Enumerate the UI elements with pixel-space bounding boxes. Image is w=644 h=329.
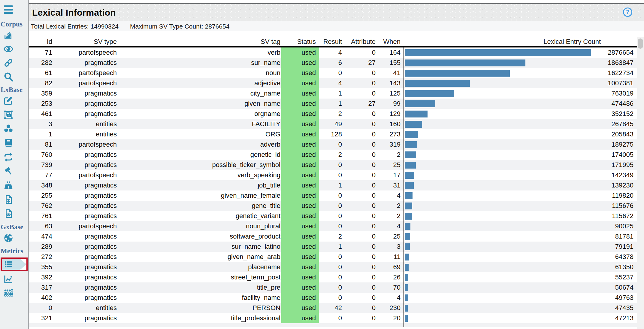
title-bar: Lexical Information ? (29, 3, 644, 21)
cell-sv-tag: FACILITY (118, 120, 281, 128)
table-row[interactable]: 760pragmaticsgenetic_idused202174005 (29, 150, 637, 160)
cell-id: 1 (29, 130, 53, 138)
cell-status: used (281, 119, 319, 129)
table-row[interactable]: 0entitiesPERSONused42023047435 (29, 303, 637, 313)
cell-sv-tag: street_term_post (118, 273, 281, 281)
table-row[interactable]: 355pragmaticsplacenameused006961350 (29, 262, 637, 272)
table-row[interactable]: 761pragmaticsgenetic_variantused00211567… (29, 211, 637, 221)
scrollbar-track[interactable] (637, 37, 644, 329)
sidebar-item-cubes[interactable] (3, 124, 14, 134)
cell-when: 155 (376, 59, 404, 67)
scrollbar-thumb[interactable] (638, 38, 643, 49)
help-button[interactable]: ? (623, 8, 632, 17)
sidebar-item-file-upload[interactable] (3, 194, 14, 205)
sidebar-item-gavel[interactable] (3, 166, 14, 176)
col-header-status[interactable]: Status (281, 38, 319, 46)
table-row[interactable]: 272pragmaticsgiven_name_arabused00116437… (29, 252, 637, 262)
sidebar-item-eye[interactable] (3, 44, 14, 54)
sidebar-item-dots-grid[interactable] (3, 288, 14, 298)
sidebar-item-object-group[interactable] (3, 110, 14, 120)
sidebar-item-globe[interactable] (3, 233, 14, 243)
cell-id: 392 (29, 273, 53, 281)
cell-result: 2 (319, 233, 343, 240)
cell-result: 0 (319, 202, 343, 210)
count-bar-cell: 139230 (404, 180, 637, 190)
cell-status: used (281, 78, 319, 88)
table-row[interactable]: 402pragmaticsfacility_nameused00449763 (29, 293, 637, 303)
col-header-attribute[interactable]: Attribute (343, 38, 376, 46)
cell-id: 739 (29, 161, 53, 169)
count-bar (405, 243, 410, 250)
hamburger-menu-icon[interactable] (3, 5, 13, 14)
cell-status: used (281, 252, 319, 262)
table-row[interactable]: 77partofspeechverb_speakingused001714234… (29, 170, 637, 180)
cell-attribute: 27 (343, 100, 376, 108)
sidebar-item-link[interactable] (3, 58, 14, 68)
table-row[interactable]: 461pragmaticsorgnameused20129352152 (29, 109, 637, 119)
table-row[interactable]: 392pragmaticsstreet_term_postused0026552… (29, 272, 637, 282)
table-row[interactable]: 321pragmaticstitle_professionalused00204… (29, 313, 637, 323)
object-group-icon (3, 110, 14, 120)
sidebar-item-list-selected[interactable] (1, 257, 28, 271)
count-value: 1007381 (608, 79, 633, 87)
col-header-sv-type[interactable]: SV type (53, 38, 118, 46)
count-bar-cell: 50674 (404, 282, 637, 293)
sidebar-item-edit[interactable] (3, 96, 14, 106)
cell-sv-type: pragmatics (53, 161, 118, 169)
table-row[interactable]: 1entitiesORGused1280273205843 (29, 129, 637, 139)
count-bar-cell: 142349 (404, 170, 637, 180)
sidebar-item-search[interactable] (3, 72, 14, 82)
count-value: 115676 (612, 202, 633, 210)
table-row[interactable]: 255pragmaticsgiven_name_femaleused004119… (29, 190, 637, 201)
cell-status: used (281, 47, 319, 58)
cell-sv-tag: sur_name (118, 59, 281, 67)
table-row[interactable]: 82partofspeechadjectiveused401431007381 (29, 78, 637, 88)
col-header-when[interactable]: When (376, 38, 404, 46)
table-row[interactable]: 474pragmaticssoftware_productused2025817… (29, 231, 637, 242)
cell-result: 0 (319, 222, 343, 230)
sidebar-item-chart-line[interactable] (3, 274, 14, 284)
page-title: Lexical Information (29, 4, 644, 21)
cell-sv-tag: facility_name (118, 294, 281, 302)
table-row[interactable]: 317pragmaticstitle_preused007050674 (29, 282, 637, 293)
count-bar-cell: 47213 (404, 313, 637, 323)
cell-id: 71 (29, 49, 53, 56)
table-row[interactable]: 63partofspeechnoun_pluralused00490025 (29, 221, 637, 231)
count-bar (405, 172, 414, 179)
table-row[interactable]: 739pragmaticspossible_ticker_symbolused0… (29, 160, 637, 170)
cell-result: 1 (319, 90, 343, 97)
sidebar-item-repeat[interactable] (3, 152, 14, 162)
globe-icon (3, 233, 14, 243)
count-bar-cell: 205843 (404, 129, 637, 139)
sidebar-item-file-code[interactable] (3, 209, 14, 219)
cell-result: 0 (319, 263, 343, 271)
table-row[interactable]: 282pragmaticssur_nameused6271551863847 (29, 58, 637, 68)
table-row[interactable]: 71partofspeechverbused401642876654 (29, 47, 637, 58)
sidebar-item-binoculars[interactable] (3, 180, 14, 190)
table-row[interactable]: 253pragmaticsgiven_nameused12799474486 (29, 99, 637, 109)
cell-status: used (281, 242, 319, 252)
cell-sv-type: pragmatics (53, 314, 118, 322)
table-row[interactable]: 61partofspeechnounused00411622734 (29, 68, 637, 78)
cell-status: used (281, 293, 319, 303)
table-row[interactable]: 359pragmaticscity_nameused10125763019 (29, 88, 637, 99)
count-value: 2876654 (608, 49, 633, 56)
cell-sv-type: pragmatics (53, 263, 118, 271)
count-value: 1863847 (608, 59, 633, 67)
count-bar-cell: 1622734 (404, 68, 637, 78)
count-bar (405, 131, 418, 138)
sidebar-item-corpus-stack[interactable] (3, 30, 14, 40)
col-header-lexical-entry-count[interactable]: Lexical Entry Count (404, 37, 637, 46)
col-header-id[interactable]: Id (29, 38, 53, 46)
cell-sv-tag: city_name (118, 90, 281, 97)
col-header-result[interactable]: Result (319, 38, 343, 46)
table-row[interactable]: 348pragmaticsjob_titleused1031139230 (29, 180, 637, 190)
table-row[interactable]: 3entitiesFACILITYused490160267845 (29, 119, 637, 129)
cell-when: 3 (376, 243, 404, 251)
table-row[interactable]: 289pragmaticssur_name_latinoused10379191 (29, 242, 637, 252)
sidebar-item-book[interactable] (3, 138, 14, 148)
cell-sv-type: pragmatics (53, 192, 118, 200)
table-row[interactable]: 81partofspeechadverbused00319189275 (29, 139, 637, 150)
table-row[interactable]: 762pragmaticsgene_titleused002115676 (29, 201, 637, 211)
col-header-sv-tag[interactable]: SV tag (118, 38, 281, 46)
